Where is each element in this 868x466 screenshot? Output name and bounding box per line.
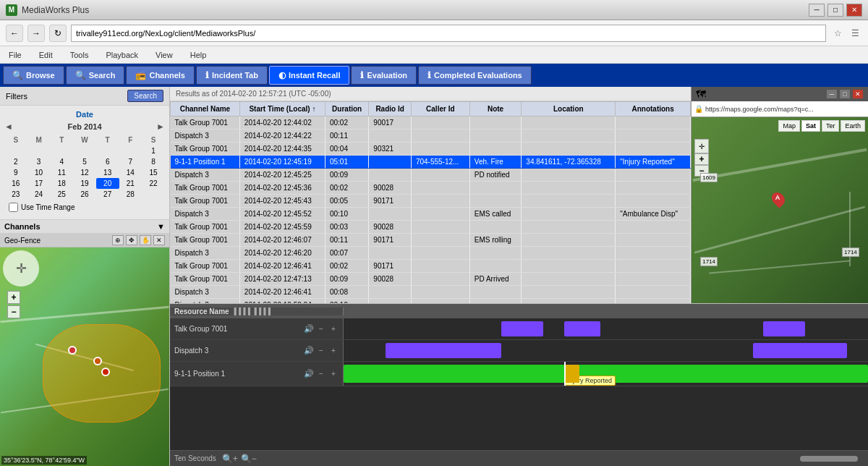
zoom-out-button[interactable]: − — [7, 305, 20, 318]
volume-up-icon-911[interactable]: + — [328, 369, 339, 379]
cal-day-8[interactable]: 8 — [142, 156, 165, 167]
cal-day-11[interactable]: 11 — [50, 167, 73, 178]
cal-day-22[interactable]: 22 — [142, 178, 165, 189]
use-time-range-checkbox[interactable] — [9, 203, 18, 212]
cal-day-10[interactable]: 10 — [27, 167, 51, 178]
cal-day-27[interactable]: 27 — [96, 189, 119, 200]
speaker-icon-dispatch3[interactable]: 🔊 — [304, 346, 314, 355]
speaker-icon-tg7001[interactable]: 🔊 — [304, 324, 314, 334]
volume-down-icon-dispatch3[interactable]: − — [316, 346, 326, 356]
tab-completed[interactable]: ℹ Completed Evaluations — [418, 66, 532, 85]
table-row[interactable]: Dispatch 32014-02-20 12:45:5200:10EMS ca… — [171, 208, 691, 221]
cal-day-16[interactable]: 16 — [4, 178, 27, 189]
bookmark-icon[interactable]: ☆ — [830, 26, 845, 41]
menu-view[interactable]: View — [153, 49, 176, 61]
gmap-tab-earth[interactable]: Earth — [841, 120, 865, 132]
cal-day-9[interactable]: 9 — [4, 167, 27, 178]
cal-day-28[interactable]: 28 — [119, 189, 142, 200]
zoom-in-timeline-button[interactable]: 🔍+ — [222, 454, 238, 464]
cal-day-24[interactable]: 24 — [27, 189, 51, 200]
zoom-in-button[interactable]: + — [7, 291, 20, 304]
geo-icon-1[interactable]: ⊕ — [112, 235, 124, 245]
back-button[interactable]: ← — [6, 25, 23, 42]
tab-evaluation[interactable]: ℹ Evaluation — [351, 66, 417, 85]
menu-tools[interactable]: Tools — [67, 49, 92, 61]
prev-month-button[interactable]: ◄ — [4, 122, 13, 132]
sidebar-map[interactable]: ✛ + − 35°36'23.5"N, 78°42'59.4"W — [0, 247, 169, 466]
cal-day-15[interactable]: 15 — [142, 167, 165, 178]
table-row[interactable]: 9-1-1 Position 12014-02-20 12:45:1905:01… — [171, 156, 691, 169]
url-input[interactable] — [71, 25, 826, 42]
gmap-maximize-button[interactable]: □ — [839, 89, 851, 99]
close-button[interactable]: ✕ — [846, 4, 862, 17]
table-row[interactable]: Talk Group 70012014-02-20 12:46:0700:119… — [171, 234, 691, 247]
timeline-scrollbar[interactable] — [800, 456, 858, 462]
cal-day-25[interactable]: 25 — [50, 189, 73, 200]
tab-channels[interactable]: 📻 Channels — [126, 66, 195, 85]
table-row[interactable]: Dispatch 32014-02-20 12:46:4100:08 — [171, 286, 691, 299]
tab-instant-recall[interactable]: ◐ Instant Recall — [269, 66, 350, 85]
menu-playback[interactable]: Playback — [103, 49, 141, 61]
cal-day-19[interactable]: 19 — [73, 178, 96, 189]
gmap-tab-sat[interactable]: Sat — [801, 120, 820, 132]
table-row[interactable]: Talk Group 70012014-02-20 12:45:3600:029… — [171, 182, 691, 195]
cal-day-18[interactable]: 18 — [50, 178, 73, 189]
table-row[interactable]: Talk Group 70012014-02-20 12:44:0200:029… — [171, 116, 691, 130]
col-duration[interactable]: Duration — [325, 102, 368, 116]
cal-day-13[interactable]: 13 — [96, 167, 119, 178]
col-location[interactable]: Location — [522, 102, 616, 116]
table-row[interactable]: Dispatch 32014-02-20 12:50:0400:19 — [171, 299, 691, 304]
gmap-minimize-button[interactable]: ─ — [826, 89, 838, 99]
cal-day-2[interactable]: 2 — [4, 156, 27, 167]
col-note[interactable]: Note — [469, 102, 522, 116]
cal-day-21[interactable]: 21 — [119, 178, 142, 189]
cal-day-12[interactable]: 12 — [73, 167, 96, 178]
table-row[interactable]: Talk Group 70012014-02-20 12:45:5900:039… — [171, 221, 691, 234]
geo-icon-4[interactable]: ✕ — [153, 235, 165, 245]
table-row[interactable]: Dispatch 32014-02-20 12:46:2000:07 — [171, 247, 691, 260]
gmap-tab-ter[interactable]: Ter — [822, 120, 840, 132]
gmap-close-button[interactable]: ✕ — [852, 89, 864, 99]
minimize-button[interactable]: ─ — [809, 4, 825, 17]
cal-day-7[interactable]: 7 — [119, 156, 142, 167]
next-month-button[interactable]: ► — [156, 122, 165, 132]
col-channel[interactable]: Channel Name — [171, 102, 240, 116]
tab-browse[interactable]: 🔍 Browse — [3, 66, 64, 85]
maximize-button[interactable]: □ — [827, 4, 843, 17]
col-start[interactable]: Start Time (Local) ↑ — [239, 102, 325, 116]
table-row[interactable]: Dispatch 32014-02-20 12:44:2200:11 — [171, 130, 691, 143]
zoom-out-timeline-button[interactable]: 🔍− — [241, 454, 257, 464]
reload-button[interactable]: ↻ — [49, 25, 67, 42]
cal-day-5[interactable]: 5 — [73, 156, 96, 167]
geo-icon-2[interactable]: ✥ — [126, 235, 137, 245]
geo-icon-3[interactable]: ✋ — [140, 235, 151, 245]
col-annotations[interactable]: Annotations — [616, 102, 691, 116]
table-row[interactable]: Talk Group 70012014-02-20 12:47:1300:099… — [171, 273, 691, 286]
results-table-wrapper[interactable]: Channel Name Start Time (Local) ↑ Durati… — [170, 101, 691, 303]
menu-icon[interactable]: ☰ — [848, 26, 862, 41]
search-button[interactable]: Search — [127, 90, 163, 102]
cal-day-20[interactable]: 20 — [96, 178, 119, 189]
speaker-icon-911[interactable]: 🔊 — [304, 369, 314, 378]
forward-button[interactable]: → — [27, 25, 45, 42]
cal-day-1[interactable]: 1 — [142, 145, 165, 156]
volume-up-icon-dispatch3[interactable]: + — [328, 346, 339, 356]
table-row[interactable]: Talk Group 70012014-02-20 12:46:4100:029… — [171, 260, 691, 273]
table-row[interactable]: Dispatch 32014-02-20 12:45:2500:09PD not… — [171, 169, 691, 182]
table-row[interactable]: Talk Group 70012014-02-20 12:45:4300:059… — [171, 195, 691, 208]
menu-help[interactable]: Help — [187, 49, 210, 61]
col-caller[interactable]: Caller Id — [411, 102, 469, 116]
volume-down-icon-tg7001[interactable]: − — [316, 324, 326, 334]
menu-edit[interactable]: Edit — [36, 49, 56, 61]
gmap-tab-map[interactable]: Map — [778, 120, 800, 132]
cal-day-4[interactable]: 4 — [50, 156, 73, 167]
channels-expand-icon[interactable]: ▼ — [157, 222, 165, 231]
table-row[interactable]: Talk Group 70012014-02-20 12:44:3500:049… — [171, 143, 691, 156]
gmap-zoom-in-button[interactable]: + — [694, 153, 709, 165]
gmap-map-area[interactable]: A Map Sat Ter Earth ✛ + − — [692, 117, 868, 303]
cal-day-3[interactable]: 3 — [27, 156, 51, 167]
cal-day-14[interactable]: 14 — [119, 167, 142, 178]
cal-day-23[interactable]: 23 — [4, 189, 27, 200]
cal-day-17[interactable]: 17 — [27, 178, 51, 189]
tab-incident[interactable]: ℹ Incident Tab — [196, 66, 268, 85]
